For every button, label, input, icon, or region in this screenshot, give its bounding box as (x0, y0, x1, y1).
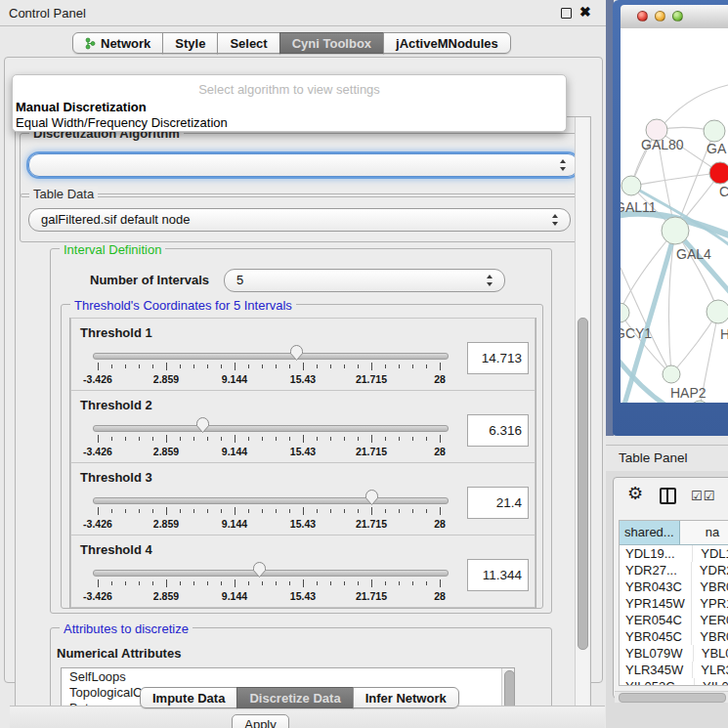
popup-option-manual-discretization[interactable]: Manual Discretization (16, 100, 147, 114)
table-cell-shared-name[interactable]: YDR27... (620, 562, 692, 578)
attribute-item[interactable]: SelfLoops (62, 668, 514, 684)
tab-cyni-toolbox[interactable]: Cyni Toolbox (279, 32, 384, 54)
apply-button[interactable]: Apply (232, 714, 289, 728)
table-row[interactable]: YBR045CYBR0 (620, 628, 728, 645)
table-cell-name[interactable]: YPR1 (692, 595, 728, 612)
thresholds-group-title: Threshold's Coordinates for 5 Intervals (70, 298, 296, 313)
table-row[interactable]: YER054CYER0 (620, 612, 728, 628)
columns-icon[interactable] (660, 488, 676, 504)
tab-infer-network[interactable]: Infer Network (353, 687, 459, 708)
minimize-traffic-light-icon[interactable] (655, 11, 665, 21)
tab-label: Style (175, 36, 205, 51)
table-horizontal-scrollbar[interactable] (615, 691, 728, 703)
table-hscrollbar-thumb[interactable] (619, 693, 726, 703)
number-of-intervals-combobox[interactable]: 5 (224, 269, 505, 292)
table-cell-name[interactable]: YBR0 (692, 628, 728, 645)
tick-mark (276, 581, 277, 585)
network-edge[interactable] (621, 231, 675, 313)
algorithm-combobox[interactable] (28, 153, 578, 177)
network-node-label: GAL80 (641, 137, 684, 152)
tick-mark (412, 437, 413, 441)
tick-mark (98, 579, 99, 587)
table-cell-shared-name[interactable]: YIL052C (620, 678, 695, 686)
network-edge[interactable] (621, 268, 671, 374)
threshold-value-field[interactable]: 21.4 (467, 487, 529, 519)
checkboxes-icon[interactable]: ☑☑ (691, 489, 715, 503)
network-canvas[interactable]: GAL80GACGAL11GAL4GCY1HHAP2 (621, 28, 728, 403)
table-row[interactable]: YBR043CYBR0 (620, 578, 728, 595)
network-node-hap2[interactable] (663, 365, 680, 383)
zoom-traffic-light-icon[interactable] (672, 11, 683, 21)
table-data-combobox[interactable]: galFiltered.sif default node (28, 208, 571, 232)
table-row[interactable]: YLR345WYLR3 (620, 662, 728, 678)
table-cell-name[interactable]: YER0 (692, 612, 728, 628)
settings-scrollbar-thumb[interactable] (578, 318, 588, 650)
threshold-value-field[interactable]: 6.316 (467, 414, 529, 447)
threshold-value-field[interactable]: 14.713 (467, 342, 529, 374)
list-scrollbar[interactable] (501, 668, 514, 707)
slider-thumb[interactable] (195, 416, 210, 434)
settings-outer-panel: Discretization Algorithm Table Data galF… (4, 57, 603, 683)
network-edge[interactable] (621, 313, 671, 374)
gear-icon[interactable]: ⚙ (627, 485, 643, 502)
network-node-partial-node[interactable] (691, 401, 708, 403)
slider-track[interactable] (93, 570, 449, 577)
close-traffic-light-icon[interactable] (637, 11, 648, 21)
network-node-gal11[interactable] (621, 176, 641, 195)
table-cell-name[interactable]: YLR3 (693, 662, 728, 678)
tab-label: Infer Network (365, 691, 447, 706)
table-column-header[interactable]: shared... (620, 521, 680, 544)
tab-network[interactable]: Network (72, 32, 163, 54)
list-scrollbar-thumb[interactable] (504, 670, 515, 707)
table-row[interactable]: YDL19...YDL1 (620, 545, 728, 562)
network-window-titlebar[interactable] (621, 5, 728, 29)
slider-thumb[interactable] (289, 344, 304, 362)
table-cell-shared-name[interactable]: YDL19... (620, 545, 693, 562)
network-node-ga-node[interactable] (704, 120, 725, 142)
tick-label: 9.144 (203, 446, 266, 457)
table-cell-shared-name[interactable]: YLR345W (620, 662, 693, 678)
network-window-frame[interactable]: GAL80GACGAL11GAL4GCY1HHAP2 (613, 0, 728, 436)
tab-discretize-data[interactable]: Discretize Data (236, 687, 353, 708)
threshold-value-field[interactable]: 11.344 (467, 559, 529, 591)
float-icon[interactable] (561, 8, 572, 19)
table-row[interactable]: YDR27...YDR2 (620, 562, 728, 578)
table-row[interactable]: YBL079WYBL0 (620, 645, 728, 662)
tick-mark (262, 364, 263, 368)
slider-track[interactable] (93, 353, 449, 360)
table-cell-shared-name[interactable]: YER054C (620, 612, 692, 628)
slider-track[interactable] (93, 425, 449, 432)
network-node-h-node[interactable] (707, 300, 728, 323)
tab-impute-data[interactable]: Impute Data (140, 687, 237, 708)
popup-option-equal-width-frequency-discretization[interactable]: Equal Width/Frequency Discretization (16, 115, 228, 130)
table-cell-shared-name[interactable]: YBR045C (620, 628, 692, 645)
settings-scrollbar[interactable] (575, 117, 589, 707)
network-edge[interactable] (631, 173, 720, 186)
tab-select[interactable]: Select (217, 32, 279, 54)
table-cell-name[interactable]: YDL1 (693, 545, 728, 562)
slider-thumb[interactable] (364, 489, 379, 506)
table-cell-name[interactable]: YBR0 (692, 578, 728, 595)
table-cell-name[interactable]: YDR2 (692, 562, 728, 578)
table-cell-shared-name[interactable]: YBR043C (620, 578, 692, 595)
slider-thumb[interactable] (252, 561, 267, 578)
table-cell-shared-name[interactable]: YBL079W (620, 645, 694, 662)
table-cell-shared-name[interactable]: YPR145W (620, 595, 692, 612)
tab-style[interactable]: Style (162, 32, 218, 54)
slider-track[interactable] (93, 497, 449, 504)
network-node-gcy1[interactable] (621, 303, 629, 322)
table-cell-name[interactable]: YIL0 (695, 678, 728, 686)
close-icon[interactable]: ✖ (579, 4, 591, 20)
table-cell-name[interactable]: YBL0 (694, 645, 728, 662)
table-row[interactable]: YIL052CYIL0 (620, 678, 728, 686)
tick-label: 9.144 (203, 373, 266, 385)
network-node-selected-red-node[interactable] (709, 162, 728, 184)
tick-mark (166, 363, 167, 370)
table-row[interactable]: YPR145WYPR1 (620, 595, 728, 612)
table-column-header[interactable]: na (680, 521, 728, 544)
tab-jactivemnodules[interactable]: jActiveMNodules (383, 32, 511, 54)
tick-mark (193, 581, 194, 585)
network-node-gal4[interactable] (662, 217, 689, 244)
tick-label: 15.43 (272, 446, 334, 457)
control-panel-titlebar: Control Panel ✖ (0, 0, 606, 26)
